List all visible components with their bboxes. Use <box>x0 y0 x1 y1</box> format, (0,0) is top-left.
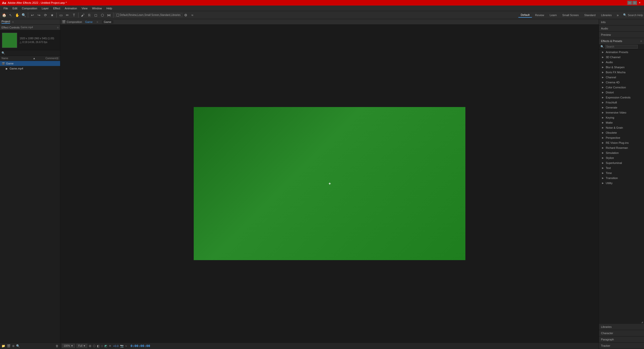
preview-icon[interactable]: ≈ <box>125 344 127 348</box>
effect-distort[interactable]: ▶ Distort <box>599 90 644 95</box>
delete-icon[interactable]: 🗑 <box>56 344 59 348</box>
eraser-tool[interactable]: ◻ <box>93 12 99 18</box>
rect-tool[interactable]: ▭ <box>58 12 64 18</box>
rotate-tool[interactable]: ⟳ <box>43 12 49 18</box>
comp-menu-icon[interactable]: ≡ <box>97 20 98 23</box>
effect-time[interactable]: ▶ Time <box>599 170 644 176</box>
effects-panel-menu-icon[interactable]: ≡ <box>640 40 642 43</box>
effect-simulation[interactable]: ▶ Simulation <box>599 150 644 155</box>
comp-button-3d[interactable]: □ <box>101 344 103 348</box>
view-options-icon[interactable]: ◧ <box>97 344 100 348</box>
workspace-overflow[interactable]: » <box>615 12 621 18</box>
paint-tool[interactable]: ⬡ <box>99 12 105 18</box>
project-item-game-mp4[interactable]: ▶ Game.mp4 <box>0 66 60 71</box>
panel-resize-handle[interactable]: ◢ <box>599 320 644 324</box>
effect-transition[interactable]: ▶ Transition <box>599 176 644 181</box>
effect-controls-tab[interactable]: Effect Controls <box>2 26 20 29</box>
effect-richard-roseman[interactable]: ▶ Richard Roseman <box>599 145 644 150</box>
project-tab[interactable]: Project <box>2 20 10 24</box>
preview-section-header[interactable]: Preview <box>599 32 644 38</box>
create-item-icon[interactable]: ⊕ <box>12 344 15 348</box>
info-section-header[interactable]: Info <box>599 19 644 25</box>
menu-view[interactable]: View <box>79 6 90 10</box>
redo-tool[interactable]: ↪ <box>36 12 42 18</box>
exposure-icon[interactable]: ☀ <box>109 344 111 348</box>
create-folder-icon[interactable]: 📁 <box>2 344 5 348</box>
workspace-default[interactable]: Default <box>518 13 532 18</box>
menu-edit[interactable]: Edit <box>11 6 19 10</box>
comp-name[interactable]: Game <box>83 20 95 24</box>
hand-tool[interactable]: ✋ <box>14 12 20 18</box>
workspace-standard[interactable]: Standard <box>582 13 598 17</box>
project-item-game[interactable]: 🎬 Game <box>0 61 60 66</box>
effect-blur-sharpen[interactable]: ▶ Blur & Sharpen <box>599 65 644 70</box>
effect-obsolete[interactable]: ▶ Obsolete <box>599 130 644 135</box>
effect-generate[interactable]: ▶ Generate <box>599 105 644 110</box>
search-items-icon[interactable]: 🔍 <box>16 344 20 348</box>
mask-icon[interactable]: ⬡ <box>93 344 95 348</box>
libraries-section-header[interactable]: Libraries <box>599 324 644 330</box>
effect-3d-channel[interactable]: ▶ 3D Channel <box>599 55 644 60</box>
home-tool[interactable]: 🏠 <box>1 12 7 18</box>
effect-keying[interactable]: ▶ Keying <box>599 115 644 120</box>
minimize-button[interactable]: — <box>627 1 632 5</box>
menu-layer[interactable]: Layer <box>40 6 51 10</box>
text-tool[interactable]: T <box>71 12 77 18</box>
effect-audio[interactable]: ▶ Audio <box>599 60 644 65</box>
effect-perspective[interactable]: ▶ Perspective <box>599 135 644 140</box>
character-section-header[interactable]: Character <box>599 330 644 336</box>
effect-re-vision[interactable]: ▶ RE Vision Plug-ins <box>599 140 644 145</box>
comp-viewport[interactable]: ✦ <box>60 25 599 342</box>
paragraph-section-header[interactable]: Paragraph <box>599 336 644 342</box>
close-button[interactable]: ✕ <box>637 1 642 5</box>
menu-help[interactable]: Help <box>104 6 114 10</box>
create-comp-icon[interactable]: 🎬 <box>7 344 11 348</box>
effect-boris-mocha[interactable]: ▶ Boris FX Mocha <box>599 70 644 75</box>
transparency-icon[interactable]: ◩ <box>104 344 107 348</box>
menu-file[interactable]: File <box>2 6 10 10</box>
zoom-dropdown-icon[interactable]: ▼ <box>71 344 73 347</box>
snapping-toggle[interactable]: Default,Review,Learn,Small Screen,Standa… <box>115 13 182 17</box>
snapshot-icon[interactable]: 📷 <box>120 344 124 348</box>
effect-matte[interactable]: ▶ Matte <box>599 120 644 125</box>
menu-effect[interactable]: Effect <box>51 6 62 10</box>
menu-animation[interactable]: Animation <box>63 6 79 10</box>
menu-window[interactable]: Window <box>90 6 104 10</box>
grid-icon[interactable]: ⊞ <box>89 344 91 348</box>
effect-utility[interactable]: ▶ Utility <box>599 181 644 186</box>
effect-stylize[interactable]: ▶ Stylize <box>599 155 644 160</box>
resolution-dropdown-icon[interactable]: ▼ <box>83 344 86 347</box>
effect-channel[interactable]: ▶ Channel <box>599 75 644 80</box>
effect-text[interactable]: ▶ Text <box>599 165 644 170</box>
select-tool[interactable]: ↖ <box>8 12 14 18</box>
effects-search-input[interactable] <box>605 45 638 49</box>
maximize-button[interactable]: □ <box>632 1 637 5</box>
puppet-tool[interactable]: ⋈ <box>106 12 112 18</box>
effect-noise-grain[interactable]: ▶ Noise & Grain <box>599 125 644 130</box>
effect-expression-controls[interactable]: ▶ Expression Controls <box>599 95 644 100</box>
workspace-libraries[interactable]: Libraries <box>598 13 614 17</box>
clone-tool[interactable]: ⎘ <box>86 12 92 18</box>
snap-options[interactable]: ⚙ <box>183 12 189 18</box>
search-label[interactable]: Search Help <box>628 14 643 17</box>
zoom-control[interactable]: 100% ▼ <box>62 344 75 348</box>
workspace-learn[interactable]: Learn <box>547 13 559 17</box>
audio-section-header[interactable]: Audio <box>599 25 644 31</box>
undo-tool[interactable]: ↩ <box>29 12 35 18</box>
workspace-review[interactable]: Review <box>533 13 547 17</box>
effect-color-correction[interactable]: ▶ Color Correction <box>599 85 644 90</box>
workspace-small-screen[interactable]: Small Screen <box>560 13 581 17</box>
effect-superluminal[interactable]: ▶ Superluminal <box>599 160 644 165</box>
tracker-section-header[interactable]: Tracker <box>599 343 644 349</box>
motion-blur[interactable]: ≈ <box>189 12 195 18</box>
pen-tool[interactable]: ✏ <box>64 12 70 18</box>
effect-immersive-video[interactable]: ▶ Immersive Video <box>599 110 644 115</box>
menu-composition[interactable]: Composition <box>20 6 39 10</box>
effect-animation-presets[interactable]: ▶ Animation Presets <box>599 50 644 55</box>
snapping-checkbox[interactable] <box>116 14 119 16</box>
effect-cinema-4d[interactable]: ▶ Cinema 4D <box>599 80 644 85</box>
brush-tool[interactable]: 🖌 <box>80 12 86 18</box>
effect-frischluft[interactable]: ▶ Frischluft <box>599 100 644 105</box>
resolution-control[interactable]: Full ▼ <box>76 344 87 348</box>
star-tool[interactable]: ★ <box>49 12 55 18</box>
